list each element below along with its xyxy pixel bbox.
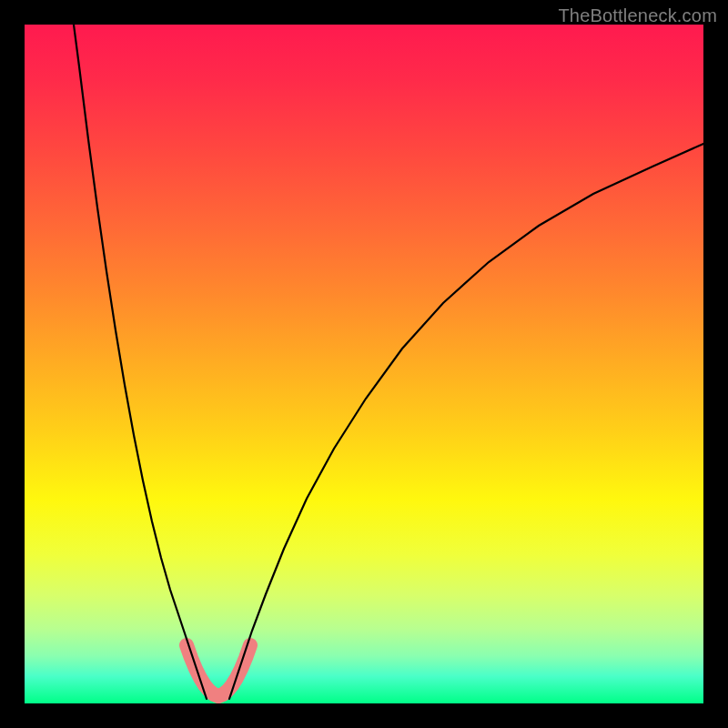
watermark-label: TheBottleneck.com bbox=[558, 5, 717, 26]
plot-area bbox=[25, 25, 703, 703]
right-branch-curve bbox=[229, 144, 703, 699]
curves-svg bbox=[25, 25, 703, 703]
chart-container: TheBottleneck.com bbox=[0, 0, 728, 728]
left-branch-curve bbox=[74, 25, 207, 699]
optimum-highlight-curve bbox=[187, 645, 250, 696]
